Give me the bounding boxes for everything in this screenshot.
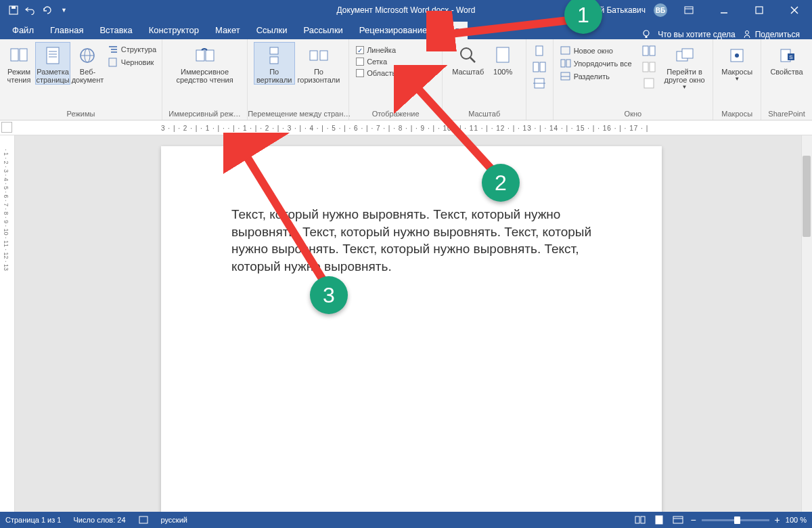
ribbon-tabs: Файл Главная Вставка Конструктор Макет С… [0, 20, 812, 39]
tab-design[interactable]: Конструктор [141, 22, 207, 39]
window-title: Документ Microsoft Word.docx - Word [337, 5, 476, 15]
svg-rect-44 [650, 46, 655, 56]
tell-me-text[interactable]: Что вы хотите сдела [658, 30, 736, 39]
sharepoint-icon: S [776, 45, 798, 66]
ruler-checkbox[interactable]: ✓Линейка [353, 45, 431, 56]
group-pages [526, 39, 553, 120]
close-icon[interactable] [781, 0, 808, 20]
print-layout-button[interactable]: Разметка страницы [35, 42, 70, 85]
word-count[interactable]: Число слов: 24 [73, 516, 125, 524]
switch-window-icon [674, 45, 696, 66]
navigation-checkbox[interactable]: Область навига… [353, 68, 431, 79]
new-window-button[interactable]: Новое окно [558, 45, 635, 57]
tab-home[interactable]: Главная [42, 22, 91, 39]
group-zoom: Масштаб 100% Масштаб [443, 39, 526, 120]
svg-point-8 [644, 30, 649, 36]
group-immersive: Иммерсивное средство чтения Иммерсивный … [162, 39, 248, 120]
redo-icon[interactable] [42, 5, 52, 16]
zoom-in-button[interactable]: + [775, 514, 780, 525]
print-layout-view-icon[interactable] [652, 514, 666, 526]
grid-checkbox[interactable]: Сетка [353, 56, 431, 67]
svg-rect-12 [20, 49, 27, 61]
svg-rect-49 [682, 49, 693, 58]
immersive-reader-button[interactable]: Иммерсивное средство чтения [173, 42, 235, 84]
svg-rect-2 [685, 7, 693, 14]
ribbon-display-icon[interactable] [675, 0, 702, 20]
read-mode-icon[interactable] [633, 514, 647, 526]
save-icon[interactable] [8, 5, 18, 16]
zoom-100-button[interactable]: 100% [487, 42, 519, 76]
chevron-down-icon: ▼ [682, 84, 687, 90]
group-window: Новое окно Упорядочить все Разделить Пер… [554, 39, 713, 120]
tab-references[interactable]: Ссылки [248, 22, 296, 39]
outline-button[interactable]: Структура [105, 43, 159, 56]
svg-rect-46 [650, 62, 655, 72]
tab-layout[interactable]: Макет [207, 22, 248, 39]
multi-page-icon[interactable] [532, 61, 547, 73]
split-button[interactable]: Разделить [558, 70, 635, 83]
macros-button[interactable]: Макросы ▼ [719, 42, 755, 82]
page[interactable]: Текст, который нужно выровнять. Текст, к… [161, 146, 662, 512]
switch-window-button[interactable]: Перейти в другое окно ▼ [662, 42, 708, 90]
zoom-button[interactable]: Масштаб [449, 42, 487, 76]
one-page-icon[interactable] [532, 45, 547, 57]
properties-button[interactable]: S Свойства [767, 42, 805, 76]
sync-scroll-icon[interactable] [641, 61, 656, 73]
svg-rect-9 [646, 36, 648, 38]
horizontal-scroll-icon [308, 45, 330, 66]
vertical-page-button[interactable]: По вертикали [254, 42, 295, 85]
web-layout-button[interactable]: Веб- документ [70, 42, 105, 84]
qat-dropdown-icon[interactable]: ▼ [59, 5, 69, 16]
minimize-icon[interactable] [710, 0, 738, 20]
svg-point-51 [735, 53, 739, 58]
draft-button[interactable]: Черновик [105, 56, 159, 68]
tell-me-icon[interactable] [641, 30, 651, 39]
document-name: Документ Microsoft Word.docx [337, 5, 449, 15]
svg-rect-43 [643, 46, 648, 56]
tab-file[interactable]: Файл [4, 22, 42, 39]
svg-text:S: S [789, 54, 792, 60]
globe-icon [76, 45, 98, 66]
page-icon [42, 45, 64, 66]
zoom-out-button[interactable]: − [690, 514, 696, 525]
tab-view[interactable]: Вид [435, 22, 468, 39]
web-layout-view-icon[interactable] [671, 514, 685, 526]
vertical-scrollbar[interactable] [801, 135, 812, 512]
annotation-badge-3: 3 [310, 276, 348, 314]
zoom-value[interactable]: 100 % [786, 516, 807, 524]
vertical-ruler[interactable]: · 1 · 2 · 3 · 4 · 5 · 6 · 7 · 8 · 9 · 10… [0, 135, 15, 512]
tab-mailings[interactable]: Рассылки [295, 22, 351, 39]
tab-review[interactable]: Рецензирование [351, 22, 435, 39]
arrange-all-button[interactable]: Упорядочить все [558, 58, 635, 70]
reset-window-icon[interactable] [641, 77, 656, 89]
view-side-icon[interactable] [641, 45, 656, 57]
horizontal-page-button[interactable]: По горизонтали [295, 42, 343, 84]
scroll-thumb[interactable] [803, 156, 811, 237]
checkbox-icon [356, 58, 364, 66]
checkbox-icon [356, 69, 364, 77]
share-button[interactable]: Поделиться [742, 30, 800, 39]
zoom-slider[interactable] [702, 519, 769, 521]
magnifier-icon [457, 45, 479, 66]
split-icon [560, 72, 571, 81]
spellcheck-icon[interactable] [138, 515, 149, 525]
reader-icon [194, 45, 216, 66]
document-area: · 1 · 2 · 3 · 4 · 5 · 6 · 7 · 8 · 9 · 10… [0, 135, 812, 512]
page-width-icon[interactable] [532, 77, 547, 89]
maximize-icon[interactable] [746, 0, 773, 20]
tab-selector[interactable] [1, 122, 12, 133]
user-avatar[interactable]: ВБ [654, 3, 667, 17]
svg-rect-33 [536, 46, 543, 56]
horizontal-ruler[interactable]: 3 · | · 2 · | · 1 · | · · | · 1 · | · 2 … [0, 120, 812, 135]
reading-mode-button[interactable]: Режим чтения [3, 42, 35, 84]
tab-hidden[interactable]: вка [468, 22, 497, 39]
undo-icon[interactable] [25, 5, 35, 16]
page-indicator[interactable]: Страница 1 из 1 [5, 516, 61, 524]
tab-insert[interactable]: Вставка [91, 22, 140, 39]
svg-rect-25 [206, 50, 214, 61]
checkbox-checked-icon: ✓ [356, 46, 364, 54]
group-macros: Макросы ▼ Макросы [713, 39, 761, 120]
zoom-knob[interactable] [734, 516, 740, 524]
language-indicator[interactable]: русский [161, 516, 187, 524]
document-text[interactable]: Текст, который нужно выровнять. Текст, к… [161, 146, 662, 276]
